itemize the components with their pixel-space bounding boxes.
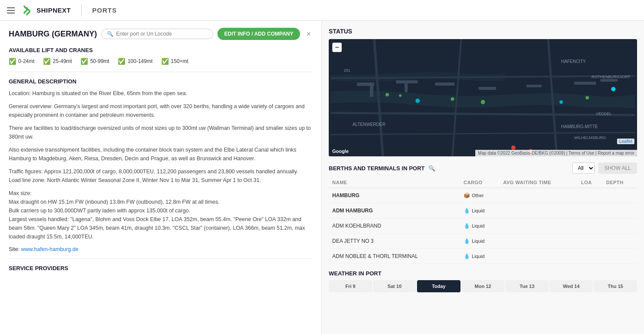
col-depth: DEPTH — [603, 177, 637, 188]
cargo-badge-4: 💧 Liquid — [464, 253, 496, 259]
port-search-input[interactable] — [116, 31, 207, 37]
site-link-wrap: Site: www.hafen-hamburg.de — [9, 246, 313, 252]
svg-point-18 — [481, 100, 485, 104]
svg-point-17 — [451, 97, 454, 101]
ports-label: PORTS — [92, 7, 117, 14]
crane-label-0: 0-24mt — [18, 58, 34, 64]
col-name: NAME — [329, 177, 460, 188]
svg-point-22 — [586, 96, 589, 99]
crane-badge-2: ✅ 50-99mt — [80, 58, 109, 65]
cargo-icon-liquid-3: 💧 — [464, 238, 470, 244]
weather-day-3[interactable]: Mon 12 — [461, 280, 505, 292]
table-row[interactable]: DEA JETTY NO 3 💧 Liquid — [329, 234, 637, 249]
svg-text:HAFENCITY: HAFENCITY — [561, 59, 586, 64]
berths-table: NAME CARGO AVG WAITING TIME LOA DEPTH HA… — [329, 177, 637, 264]
berth-cargo-0: 📦 Other — [460, 188, 500, 203]
google-logo: Google — [332, 149, 349, 154]
col-loa: LOA — [577, 177, 603, 188]
berth-name-4: ADM NOBLEE & THORL TERMINAL — [329, 249, 460, 264]
logo-area: SHIPNEXT — [22, 4, 71, 17]
berth-depth-2 — [603, 218, 637, 234]
port-title-bar: HAMBURG (GERMANY) 🔍 EDIT INFO / ADD COMP… — [9, 28, 313, 40]
map-inner[interactable]: HAFENCITY ROTHENBURGSORT VEDDEL ALTENWER… — [329, 39, 637, 156]
weather-day-label-6: Thu 15 — [595, 284, 635, 289]
weather-day-6[interactable]: Thu 15 — [594, 280, 637, 292]
map-attribution: Map data ©2022 GeoBasis-DE/BKG (©2009) |… — [475, 150, 637, 156]
map-svg: HAFENCITY ROTHENBURGSORT VEDDEL ALTENWER… — [329, 39, 637, 156]
svg-text:WILHELMSBURG: WILHELMSBURG — [574, 136, 606, 140]
svg-text:201: 201 — [344, 68, 350, 73]
berths-header-row: BERTHS AND TERMINALS IN PORT 🔍 All SHOW … — [329, 162, 637, 174]
map-zoom-out-button[interactable]: − — [332, 43, 342, 52]
svg-rect-13 — [527, 85, 542, 87]
table-row[interactable]: ADM HAMBURG 💧 Liquid — [329, 203, 637, 218]
general-description-title: GENERAL DESCRIPTION — [9, 78, 313, 85]
berth-name-1: ADM HAMBURG — [329, 203, 460, 218]
berth-name-3: DEA JETTY NO 3 — [329, 234, 460, 249]
port-title: HAMBURG (GERMANY) — [9, 30, 97, 39]
cargo-type-1: Liquid — [472, 208, 484, 213]
logo-text: SHIPNEXT — [37, 7, 71, 14]
section-divider-2 — [9, 258, 313, 259]
logo-icon — [22, 4, 34, 17]
berth-depth-1 — [603, 203, 637, 218]
site-url-link[interactable]: www.hafen-hamburg.de — [21, 246, 79, 252]
weather-day-today[interactable]: Today — [417, 280, 460, 292]
port-search-wrap: 🔍 — [101, 29, 213, 39]
desc-paragraph-4: Traffic figures: Approx 121,200,000t of … — [9, 167, 313, 185]
show-all-button[interactable]: SHOW ALL — [598, 162, 637, 174]
berth-depth-4 — [603, 249, 637, 264]
svg-point-25 — [399, 94, 402, 97]
crane-check-icon-0: ✅ — [9, 58, 16, 65]
table-row[interactable]: HAMBURG 📦 Other — [329, 188, 637, 203]
weather-day-4[interactable]: Tue 13 — [505, 280, 549, 292]
berth-wait-2 — [500, 218, 577, 234]
berth-loa-4 — [577, 249, 603, 264]
close-button[interactable]: × — [304, 29, 313, 40]
cargo-icon-liquid-1: 💧 — [464, 208, 470, 214]
berths-table-body: HAMBURG 📦 Other — [329, 188, 637, 264]
weather-day-0[interactable]: Fri 9 — [329, 280, 372, 292]
desc-paragraph-1: General overview: Germany's largest and … — [9, 102, 313, 119]
svg-rect-10 — [405, 83, 408, 92]
weather-day-label-0: Fri 9 — [330, 284, 370, 289]
berths-table-header-row: NAME CARGO AVG WAITING TIME LOA DEPTH — [329, 177, 637, 188]
weather-day-label-5: Wed 14 — [551, 284, 591, 289]
weather-day-label-1: Sat 10 — [375, 284, 415, 289]
berth-wait-3 — [500, 234, 577, 249]
svg-rect-9 — [396, 80, 418, 83]
berth-cargo-2: 💧 Liquid — [460, 218, 500, 234]
left-panel-inner: HAMBURG (GERMANY) 🔍 EDIT INFO / ADD COMP… — [0, 21, 321, 283]
service-providers-title: SERVICE PROVIDERS — [9, 265, 313, 271]
weather-day-1[interactable]: Sat 10 — [373, 280, 417, 292]
weather-day-5[interactable]: Wed 14 — [550, 280, 593, 292]
service-providers-section: SERVICE PROVIDERS — [9, 265, 313, 271]
col-avg-wait: AVG WAITING TIME — [500, 177, 577, 188]
crane-check-icon-2: ✅ — [80, 58, 88, 65]
crane-badge-3: ✅ 100-149mt — [118, 58, 152, 65]
svg-rect-15 — [601, 79, 618, 82]
leaflet-badge[interactable]: Leaflet — [617, 139, 634, 144]
berth-cargo-3: 💧 Liquid — [460, 234, 500, 249]
table-row[interactable]: ADM KOEHLBRAND 💧 Liquid — [329, 218, 637, 234]
desc-paragraph-2: There are facilities to load/discharge o… — [9, 124, 313, 141]
edit-info-button[interactable]: EDIT INFO / ADD COMPANY — [217, 28, 300, 40]
main-container: HAMBURG (GERMANY) 🔍 EDIT INFO / ADD COMP… — [0, 21, 644, 334]
berth-cargo-4: 💧 Liquid — [460, 249, 500, 264]
desc-paragraph-5: Max size: Max draught on HW 15.1m FW (in… — [9, 189, 313, 241]
table-row[interactable]: ADM NOBLEE & THORL TERMINAL 💧 Liquid — [329, 249, 637, 264]
cargo-type-0: Other — [472, 193, 484, 198]
berths-filter-select[interactable]: All — [572, 162, 595, 174]
svg-point-19 — [511, 146, 516, 150]
cranes-title: AVAILABLE LIFT AND CRANES — [9, 47, 313, 53]
weather-days: Fri 9 Sat 10 Today Mon 12 Tue 13 — [329, 280, 637, 292]
app-header: SHIPNEXT PORTS — [0, 0, 644, 21]
cargo-type-3: Liquid — [472, 238, 484, 244]
berths-search-icon[interactable]: 🔍 — [428, 165, 435, 172]
hamburger-menu-icon[interactable] — [7, 7, 15, 13]
crane-label-4: 150+mt — [171, 58, 188, 64]
header-divider — [81, 4, 82, 17]
left-panel: HAMBURG (GERMANY) 🔍 EDIT INFO / ADD COMP… — [0, 21, 322, 334]
site-label: Site: — [9, 246, 20, 252]
berth-loa-1 — [577, 203, 603, 218]
